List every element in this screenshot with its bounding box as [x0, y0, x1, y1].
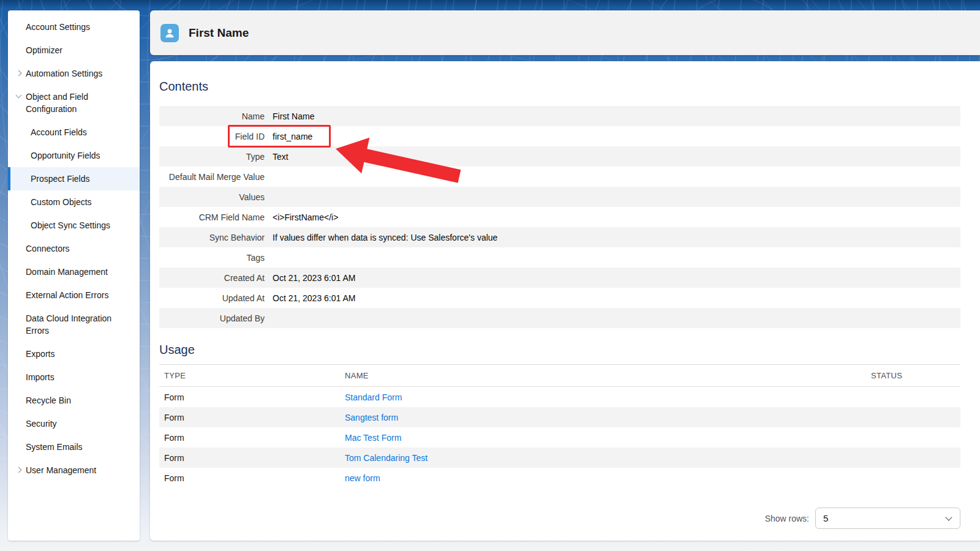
sidebar-item-label: Object and Field Configuration: [26, 92, 88, 114]
sidebar-item[interactable]: Account Fields: [8, 121, 140, 144]
field-label: Values: [159, 192, 265, 202]
usage-name-link[interactable]: new form: [345, 473, 380, 483]
contents-rows: NameFirst NameField IDfirst_nameTypeText…: [159, 106, 960, 328]
contents-row: NameFirst Name: [159, 106, 960, 126]
chevron-right-icon: [16, 70, 22, 77]
usage-row: Formnew form: [159, 468, 960, 488]
sidebar-item[interactable]: Object Sync Settings: [8, 214, 140, 237]
column-header-type: TYPE: [159, 371, 345, 380]
sidebar-item[interactable]: Domain Management: [8, 260, 140, 283]
column-header-status: STATUS: [871, 371, 960, 380]
sidebar-item[interactable]: Opportunity Fields: [8, 144, 140, 167]
page-title: First Name: [189, 26, 249, 40]
contents-row: Updated By: [159, 308, 960, 328]
sidebar-item[interactable]: Optimizer: [8, 39, 140, 62]
field-value: <i>FirstName</i>: [273, 212, 338, 222]
sidebar-item[interactable]: Recycle Bin: [8, 389, 140, 412]
show-rows-select[interactable]: 5: [815, 508, 960, 529]
field-label: Sync Behavior: [159, 233, 265, 242]
field-label: Field ID: [159, 132, 265, 141]
usage-name-cell: new form: [345, 473, 871, 483]
contents-row: Field IDfirst_name: [159, 126, 960, 146]
usage-name-link[interactable]: Mac Test Form: [345, 433, 401, 443]
settings-sidebar: Account SettingsOptimizerAutomation Sett…: [8, 10, 140, 541]
sidebar-item-label: Imports: [26, 372, 55, 382]
usage-type: Form: [159, 392, 345, 402]
contents-row: TypeText: [159, 146, 960, 167]
field-value: Oct 21, 2023 6:01 AM: [273, 293, 355, 303]
pagination-bar: Show rows: 5: [159, 508, 960, 529]
usage-name-link[interactable]: Sangtest form: [345, 413, 398, 422]
usage-name-link[interactable]: Tom Calendaring Test: [345, 453, 428, 463]
contents-row: Updated AtOct 21, 2023 6:01 AM: [159, 288, 960, 308]
sidebar-item-label: Domain Management: [26, 267, 108, 277]
sidebar-item-label: Opportunity Fields: [31, 151, 100, 160]
content-panel: Contents NameFirst NameField IDfirst_nam…: [150, 61, 980, 541]
field-label: Created At: [159, 273, 265, 283]
sidebar-item-label: Security: [26, 419, 57, 429]
usage-heading: Usage: [159, 343, 960, 357]
column-header-name: NAME: [345, 371, 871, 380]
contents-row: CRM Field Name<i>FirstName</i>: [159, 207, 960, 227]
sidebar-item[interactable]: Automation Settings: [8, 62, 140, 85]
field-label: Name: [159, 111, 265, 121]
usage-name-link[interactable]: Standard Form: [345, 392, 402, 402]
usage-type: Form: [159, 453, 345, 463]
sidebar-item-label: User Management: [26, 465, 96, 475]
usage-name-cell: Sangtest form: [345, 413, 871, 422]
field-value: First Name: [273, 111, 314, 121]
field-label: Type: [159, 152, 265, 162]
usage-name-cell: Tom Calendaring Test: [345, 453, 871, 463]
contents-row: Values: [159, 187, 960, 207]
field-label: Updated By: [159, 313, 265, 323]
usage-row: FormMac Test Form: [159, 427, 960, 448]
field-label: Default Mail Merge Value: [159, 172, 265, 182]
usage-type: Form: [159, 413, 345, 422]
field-label: Tags: [159, 253, 265, 263]
sidebar-item[interactable]: Object and Field Configuration: [8, 85, 140, 121]
usage-table-header: TYPE NAME STATUS: [159, 364, 960, 387]
sidebar-item[interactable]: Security: [8, 412, 140, 435]
sidebar-item-label: Data Cloud Integration Errors: [26, 313, 111, 335]
usage-type: Form: [159, 433, 345, 443]
usage-row: FormStandard Form: [159, 387, 960, 407]
chevron-right-icon: [16, 467, 22, 473]
sidebar-item[interactable]: Exports: [8, 342, 140, 365]
field-label: CRM Field Name: [159, 212, 265, 222]
sidebar-item[interactable]: Prospect Fields: [8, 167, 140, 190]
field-value: Text: [273, 152, 288, 162]
sidebar-item-label: Prospect Fields: [31, 174, 89, 184]
sidebar-item-label: Optimizer: [26, 45, 62, 55]
usage-row: FormTom Calendaring Test: [159, 448, 960, 468]
sidebar-item[interactable]: Data Cloud Integration Errors: [8, 307, 140, 342]
prospect-person-icon: [160, 24, 179, 42]
usage-table: TYPE NAME STATUS FormStandard FormFormSa…: [159, 364, 960, 488]
sidebar-item[interactable]: Account Settings: [8, 15, 140, 39]
field-label: Updated At: [159, 293, 265, 303]
usage-name-cell: Standard Form: [345, 392, 871, 402]
field-value: If values differ when data is synced: Us…: [273, 233, 497, 242]
sidebar-item-label: Custom Objects: [31, 197, 92, 207]
usage-type: Form: [159, 473, 345, 483]
sidebar-item[interactable]: User Management: [8, 459, 140, 482]
sidebar-item[interactable]: External Action Errors: [8, 283, 140, 307]
show-rows-label: Show rows:: [765, 514, 809, 523]
show-rows-select-wrap: 5: [815, 508, 960, 529]
sidebar-item-label: Connectors: [26, 244, 70, 253]
chevron-down-icon: [16, 92, 22, 99]
sidebar-item-label: External Action Errors: [26, 290, 108, 300]
contents-row: Created AtOct 21, 2023 6:01 AM: [159, 268, 960, 288]
sidebar-item-label: Recycle Bin: [26, 395, 71, 405]
sidebar-item[interactable]: System Emails: [8, 435, 140, 459]
contents-row: Default Mail Merge Value: [159, 167, 960, 187]
usage-table-body: FormStandard FormFormSangtest formFormMa…: [159, 387, 960, 488]
sidebar-item-label: Object Sync Settings: [31, 220, 110, 230]
sidebar-item-label: Exports: [26, 349, 55, 359]
sidebar-item[interactable]: Custom Objects: [8, 190, 140, 214]
sidebar-item-label: Account Settings: [26, 22, 90, 32]
sidebar-item-label: System Emails: [26, 442, 83, 452]
field-value: Oct 21, 2023 6:01 AM: [273, 273, 355, 283]
sidebar-item[interactable]: Connectors: [8, 237, 140, 260]
usage-row: FormSangtest form: [159, 407, 960, 427]
sidebar-item[interactable]: Imports: [8, 365, 140, 389]
